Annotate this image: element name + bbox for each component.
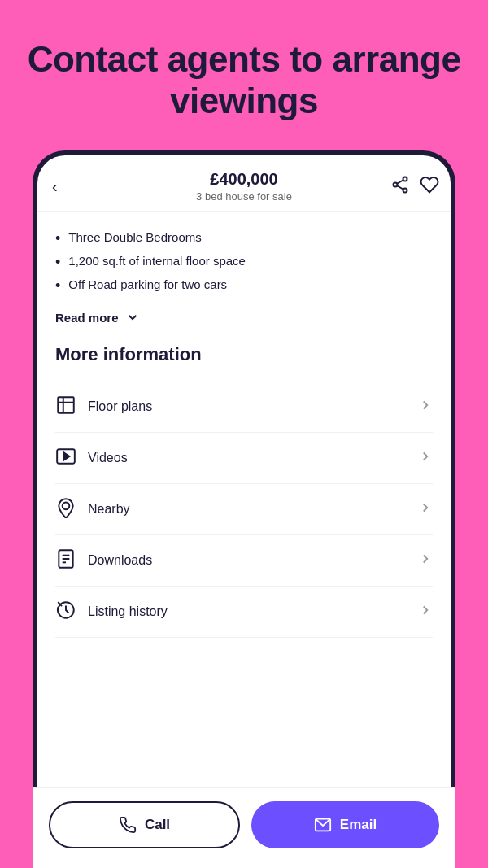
favourite-icon[interactable] (420, 175, 439, 198)
feature-item: Three Double Bedrooms (55, 226, 433, 250)
spacer (55, 638, 433, 711)
svg-point-1 (394, 183, 398, 187)
feature-text: 1,200 sq.ft of internal floor space (68, 254, 246, 268)
features-list: Three Double Bedrooms 1,200 sq.ft of int… (55, 226, 433, 297)
floor-plans-icon (55, 395, 76, 419)
downloads-icon (55, 548, 76, 573)
svg-rect-5 (58, 397, 74, 413)
feature-item: Off Road parking for two cars (55, 273, 433, 297)
videos-item[interactable]: Videos (55, 433, 433, 484)
property-price: £400,000 (196, 170, 292, 189)
svg-point-0 (403, 177, 407, 181)
header-actions (390, 175, 439, 198)
property-subtitle: 3 bed house for sale (196, 190, 292, 203)
email-label: Email (340, 817, 377, 833)
downloads-label: Downloads (88, 553, 152, 568)
nearby-item[interactable]: Nearby (55, 484, 433, 535)
read-more-button[interactable]: Read more (55, 310, 140, 325)
bottom-action-bar: Call Email (37, 787, 451, 868)
phone-icon (119, 816, 137, 834)
share-icon[interactable] (390, 175, 410, 198)
hero-title: Contact agents to arrange viewings (24, 39, 464, 121)
chevron-right-icon (418, 552, 433, 569)
feature-text: Off Road parking for two cars (68, 277, 227, 291)
svg-line-3 (398, 186, 403, 190)
floor-plans-label: Floor plans (88, 399, 152, 414)
videos-icon (55, 446, 76, 470)
phone-mockup: ‹ £400,000 3 bed house for sale Three Do… (33, 150, 455, 868)
email-button[interactable]: Email (251, 801, 439, 848)
call-button[interactable]: Call (49, 801, 240, 848)
nearby-icon (55, 497, 76, 521)
svg-point-2 (403, 189, 407, 193)
hero-section: Contact agents to arrange viewings (0, 0, 488, 146)
chevron-right-icon (418, 500, 433, 518)
chevron-right-icon (418, 449, 433, 467)
chevron-right-icon (418, 603, 433, 621)
svg-marker-7 (64, 453, 70, 460)
listing-history-item[interactable]: Listing history (55, 587, 433, 638)
svg-line-4 (398, 181, 403, 184)
phone-screen: ‹ £400,000 3 bed house for sale Three Do… (37, 155, 451, 868)
section-title: More information (55, 344, 433, 365)
more-information-section: More information Floor plans (55, 344, 433, 638)
property-header: ‹ £400,000 3 bed house for sale (37, 155, 451, 212)
nearby-label: Nearby (88, 502, 130, 517)
email-icon (314, 816, 332, 834)
phone-body: Three Double Bedrooms 1,200 sq.ft of int… (37, 212, 451, 868)
floor-plans-item[interactable]: Floor plans (55, 382, 433, 433)
read-more-label: Read more (55, 311, 119, 325)
listing-history-label: Listing history (88, 604, 168, 619)
feature-item: 1,200 sq.ft of internal floor space (55, 250, 433, 273)
listing-history-icon (55, 600, 76, 624)
downloads-item[interactable]: Downloads (55, 535, 433, 587)
back-button[interactable]: ‹ (52, 177, 58, 196)
call-label: Call (145, 817, 170, 833)
svg-point-8 (63, 503, 70, 510)
chevron-right-icon (418, 398, 433, 416)
header-center: £400,000 3 bed house for sale (196, 170, 292, 203)
feature-text: Three Double Bedrooms (68, 230, 201, 244)
videos-label: Videos (88, 451, 128, 465)
